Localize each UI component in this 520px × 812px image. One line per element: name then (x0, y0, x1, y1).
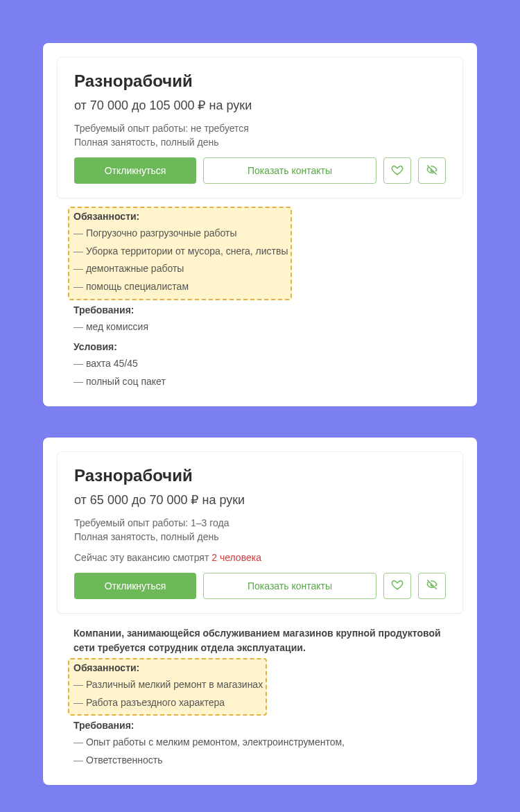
list-item: Уборка территории от мусора, снега, лист… (73, 244, 288, 259)
list-item: демонтажные работы (73, 261, 288, 277)
vacancy-intro: Компании, занимающейся обслуживанием маг… (73, 626, 447, 655)
vacancy-description: Компании, занимающейся обслуживанием маг… (57, 614, 463, 768)
show-contacts-button[interactable]: Показать контакты (203, 573, 376, 599)
eye-off-icon (426, 578, 438, 593)
responsibilities-highlight: Обязанности: Различный мелкий ремонт в м… (73, 662, 263, 713)
responsibilities-highlight: Обязанности: Погрузочно разгрузочные раб… (73, 211, 288, 297)
viewers-text: Сейчас эту вакансию смотрят 2 человека (74, 552, 446, 563)
heart-icon (391, 164, 404, 178)
list-item: мед комиссия (73, 320, 447, 335)
requirements-title: Требования: (73, 720, 447, 731)
list-item: полный соц пакет (73, 374, 447, 390)
show-contacts-button[interactable]: Показать контакты (203, 157, 376, 184)
eye-off-icon (426, 164, 438, 178)
conditions-title: Условия: (73, 341, 447, 352)
vacancy-experience: Требуемый опыт работы: 1–3 года (74, 517, 446, 528)
list-item: помощь специалистам (73, 279, 288, 295)
vacancy-header: Разнорабочий от 65 000 до 70 000 ₽ на ру… (57, 451, 463, 614)
vacancy-employment: Полная занятость, полный день (74, 531, 446, 542)
heart-icon (391, 578, 404, 593)
list-item: Ответственность (73, 753, 447, 768)
hide-button[interactable] (418, 573, 446, 599)
vacancy-employment: Полная занятость, полный день (74, 137, 446, 148)
favorite-button[interactable] (383, 573, 411, 599)
hide-button[interactable] (418, 157, 446, 184)
vacancy-experience: Требуемый опыт работы: не требуется (74, 123, 446, 134)
vacancy-salary: от 65 000 до 70 000 ₽ на руки (74, 492, 446, 508)
responsibilities-title: Обязанности: (73, 662, 263, 673)
viewers-count: 2 человека (211, 552, 261, 563)
vacancy-description: Обязанности: Погрузочно разгрузочные раб… (57, 198, 463, 390)
list-item: Опыт работы с мелким ремонтом, электроин… (73, 735, 447, 750)
requirements-title: Требования: (73, 304, 447, 316)
action-row: Откликнуться Показать контакты (74, 573, 446, 599)
list-item: Работа разъездного характера (73, 696, 263, 711)
vacancy-title: Разнорабочий (74, 466, 446, 485)
vacancy-salary: от 70 000 до 105 000 ₽ на руки (74, 98, 446, 113)
vacancy-card: Разнорабочий от 65 000 до 70 000 ₽ на ру… (43, 438, 477, 785)
responsibilities-title: Обязанности: (73, 211, 288, 222)
list-item: Погрузочно разгрузочные работы (73, 226, 288, 241)
vacancy-title: Разнорабочий (74, 71, 446, 91)
list-item: вахта 45/45 (73, 356, 447, 372)
vacancy-header: Разнорабочий от 70 000 до 105 000 ₽ на р… (57, 57, 463, 198)
favorite-button[interactable] (383, 157, 411, 184)
viewers-prefix: Сейчас эту вакансию смотрят (74, 552, 211, 563)
apply-button[interactable]: Откликнуться (74, 157, 196, 184)
list-item: Различный мелкий ремонт в магазинах (73, 677, 263, 693)
apply-button[interactable]: Откликнуться (74, 573, 196, 599)
action-row: Откликнуться Показать контакты (74, 157, 446, 184)
vacancy-card: Разнорабочий от 70 000 до 105 000 ₽ на р… (43, 43, 477, 406)
